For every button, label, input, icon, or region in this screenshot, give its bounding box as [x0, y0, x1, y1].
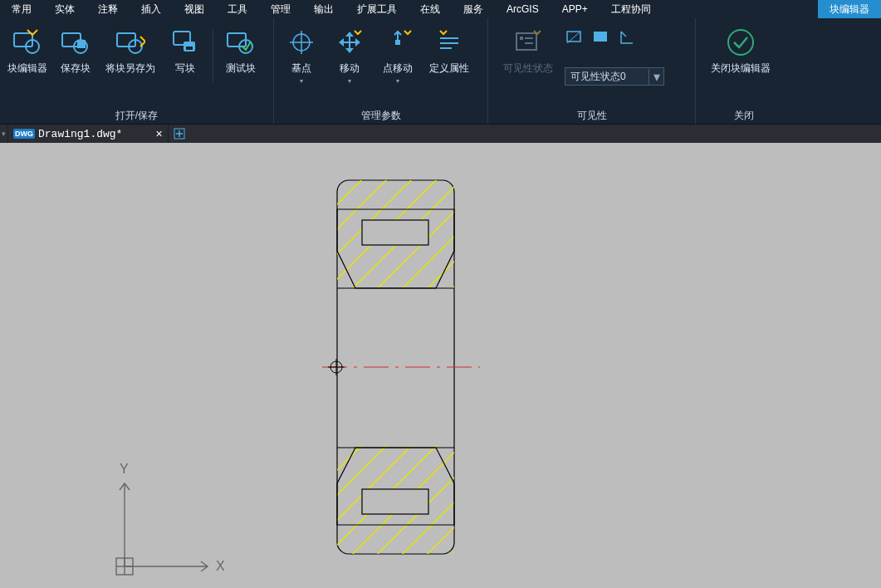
panel-close: 关闭块编辑器 关闭: [696, 18, 791, 124]
ucs-y-label: Y: [120, 462, 129, 476]
move-icon: [335, 23, 364, 61]
dropdown-arrow-icon: ▾: [649, 69, 663, 85]
svg-line-35: [316, 151, 390, 226]
tab-view[interactable]: 视图: [173, 0, 216, 18]
svg-rect-20: [516, 33, 536, 50]
tab-common[interactable]: 常用: [0, 0, 43, 18]
dropdown-icon: ▾: [325, 77, 374, 85]
svg-line-49: [316, 417, 390, 492]
svg-rect-4: [77, 40, 86, 48]
close-block-editor-button[interactable]: 关闭块编辑器: [699, 23, 782, 95]
panel-visibility: 可见性状态 可见性状态0 ▾: [488, 18, 696, 124]
visibility-toggle-c-icon[interactable]: [619, 30, 634, 45]
tab-block-editor[interactable]: 块编辑器: [818, 0, 881, 18]
move-label: 移动: [340, 61, 360, 76]
point-move-button[interactable]: 点移动 ▾: [374, 23, 422, 95]
tab-annotate[interactable]: 注释: [86, 0, 130, 18]
write-block-label: 写块: [175, 61, 195, 76]
ribbon: 块编辑器 保存块 将块另存为 写块: [0, 18, 881, 125]
save-block-button[interactable]: 保存块: [51, 23, 100, 95]
panel-open-save-title: 打开/保存: [0, 107, 273, 124]
document-close-icon[interactable]: ×: [155, 127, 162, 140]
base-point-label: 基点: [291, 61, 311, 76]
block-editor-button[interactable]: 块编辑器: [3, 23, 51, 95]
panel-open-save: 块编辑器 保存块 将块另存为 写块: [0, 18, 274, 124]
svg-line-55: [382, 467, 490, 575]
svg-rect-58: [362, 489, 428, 514]
point-move-icon: [384, 23, 412, 61]
visibility-state-label: 可见性状态: [503, 61, 553, 76]
test-block-label: 测试块: [226, 61, 256, 76]
close-check-icon: [724, 23, 757, 61]
save-block-label: 保存块: [61, 61, 91, 76]
test-block-icon: [226, 23, 256, 61]
base-point-button[interactable]: 基点 ▾: [277, 23, 325, 95]
ucs-icon: X Y: [108, 458, 241, 583]
define-attr-button[interactable]: 定义属性: [422, 23, 477, 95]
tab-entity[interactable]: 实体: [43, 0, 86, 18]
visibility-toggle-b-icon[interactable]: [593, 30, 608, 45]
panel-manage-params-title: 管理参数: [274, 107, 487, 124]
visibility-state-button: 可见性状态: [497, 23, 560, 95]
base-point-icon: [287, 23, 316, 61]
doc-tab-handle[interactable]: ▾: [0, 125, 8, 143]
svg-line-34: [316, 151, 365, 201]
visibility-toggle-a-icon[interactable]: [566, 30, 581, 45]
tab-manage[interactable]: 管理: [259, 0, 302, 18]
test-block-button[interactable]: 测试块: [217, 23, 265, 95]
new-document-button[interactable]: [168, 125, 191, 143]
dropdown-icon: ▾: [374, 77, 422, 85]
svg-rect-9: [186, 47, 193, 50]
write-block-icon: [170, 23, 200, 61]
svg-line-37: [316, 151, 440, 276]
svg-line-48: [316, 417, 365, 467]
save-block-as-icon: [115, 23, 145, 61]
document-tab-bar: ▾ DWG Drawing1.dwg* ×: [0, 125, 881, 143]
panel-visibility-title: 可见性: [488, 107, 695, 124]
visibility-combo[interactable]: 可见性状态0 ▾: [565, 67, 664, 86]
visibility-combo-value: 可见性状态0: [565, 70, 649, 84]
svg-line-51: [316, 417, 440, 541]
plus-icon: [174, 128, 185, 140]
svg-line-41: [382, 201, 490, 309]
separator: [213, 30, 213, 82]
tab-ext-tools[interactable]: 扩展工具: [345, 0, 409, 18]
tab-online[interactable]: 在线: [409, 0, 452, 18]
menu-tab-strip: 常用 实体 注释 插入 视图 工具 管理 输出 扩展工具 在线 服务 ArcGI…: [0, 0, 881, 18]
document-filename: Drawing1.dwg*: [38, 128, 122, 140]
save-block-as-button[interactable]: 将块另存为: [100, 23, 161, 95]
svg-rect-21: [520, 37, 523, 40]
svg-rect-26: [594, 32, 607, 42]
move-button[interactable]: 移动 ▾: [325, 23, 374, 95]
block-editor-label: 块编辑器: [7, 61, 47, 76]
write-block-button[interactable]: 写块: [161, 23, 209, 95]
tab-app-plus[interactable]: APP+: [551, 0, 600, 18]
define-attr-icon: [435, 23, 463, 61]
svg-rect-44: [362, 220, 428, 245]
svg-point-27: [728, 30, 753, 55]
tab-insert[interactable]: 插入: [130, 0, 173, 18]
save-block-icon: [61, 23, 91, 61]
tab-eng-collab[interactable]: 工程协同: [600, 0, 663, 18]
visibility-state-icon: [513, 23, 543, 61]
define-attr-label: 定义属性: [429, 61, 469, 76]
svg-rect-15: [395, 40, 400, 45]
close-block-editor-label: 关闭块编辑器: [711, 61, 771, 76]
tab-service[interactable]: 服务: [452, 0, 495, 18]
block-editor-icon: [12, 23, 42, 61]
panel-close-title: 关闭: [696, 107, 791, 124]
point-move-label: 点移动: [383, 61, 413, 76]
tab-arcgis[interactable]: ArcGIS: [495, 0, 551, 18]
document-tab[interactable]: DWG Drawing1.dwg* ×: [8, 125, 168, 143]
tab-tools[interactable]: 工具: [216, 0, 259, 18]
ucs-x-label: X: [216, 559, 225, 573]
drawing-canvas[interactable]: X Y: [0, 143, 881, 588]
tab-output[interactable]: 输出: [302, 0, 345, 18]
save-block-as-label: 将块另存为: [105, 61, 155, 76]
dwg-badge-icon: DWG: [13, 129, 35, 139]
dropdown-icon: ▾: [277, 77, 325, 85]
panel-manage-params: 基点 ▾ 移动 ▾ 点移动 ▾ 定义属性: [274, 18, 488, 124]
